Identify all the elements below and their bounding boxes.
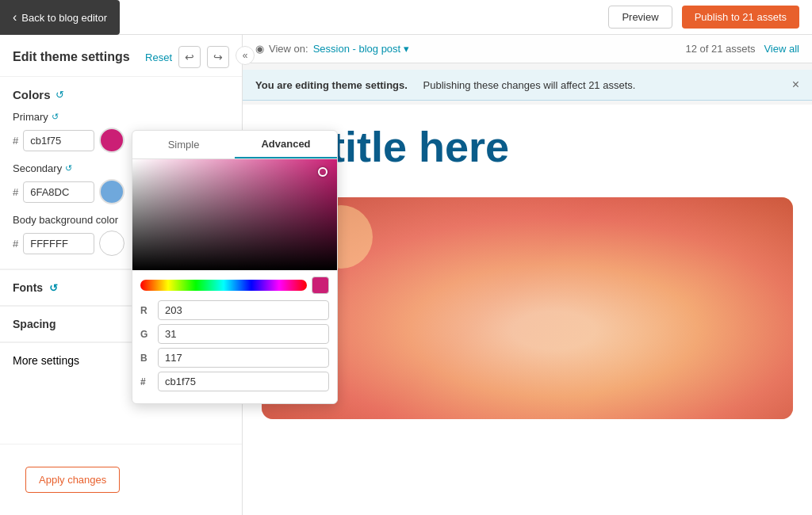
notification-bold: You are editing theme settings. <box>255 79 408 91</box>
view-on-label: View on: <box>269 43 308 55</box>
fonts-refresh-icon[interactable]: ↺ <box>49 282 58 294</box>
primary-hash: # <box>13 135 18 147</box>
picker-tab-advanced[interactable]: Advanced <box>235 131 337 158</box>
hex-input[interactable]: cb1f75 <box>158 372 329 391</box>
eye-icon: ◉ <box>255 43 264 55</box>
picker-tab-simple[interactable]: Simple <box>132 131 235 158</box>
view-all-link[interactable]: View all <box>764 43 799 55</box>
colors-section-title: Colors <box>13 88 51 101</box>
undo-button[interactable]: ↩ <box>178 46 201 68</box>
body-bg-input[interactable] <box>23 233 94 254</box>
notification-close-button[interactable]: × <box>792 78 799 92</box>
b-label: B <box>140 353 153 364</box>
collapse-panel-button[interactable]: « <box>236 46 255 65</box>
publish-button[interactable]: Publish to 21 assets <box>682 6 799 29</box>
view-on-link[interactable]: Session - blog post ▾ <box>313 43 409 55</box>
reset-button[interactable]: Reset <box>145 52 172 63</box>
more-settings-label: More settings <box>13 354 79 367</box>
secondary-hash: # <box>13 186 18 198</box>
primary-refresh-icon[interactable]: ↺ <box>52 112 59 122</box>
assets-count: 12 of 21 assets <box>685 43 755 55</box>
panel-title: Edit theme settings <box>13 50 130 64</box>
g-label: G <box>140 329 153 340</box>
preview-button[interactable]: Preview <box>608 6 672 29</box>
secondary-refresh-icon[interactable]: ↺ <box>65 163 72 174</box>
secondary-color-swatch[interactable] <box>99 179 124 204</box>
back-button[interactable]: ‹ Back to blog editor <box>0 0 120 35</box>
secondary-color-input[interactable] <box>23 181 94 203</box>
blog-title: og title here <box>266 124 788 170</box>
primary-color-input[interactable] <box>23 130 94 151</box>
g-input[interactable]: 31 <box>158 324 329 344</box>
view-on-bar: ◉ View on: Session - blog post ▾ 12 of 2… <box>243 35 812 63</box>
spacing-label: Spacing <box>13 318 56 330</box>
picker-cursor[interactable] <box>318 167 327 177</box>
hex-label: # <box>140 376 153 387</box>
dropdown-icon: ▾ <box>404 43 409 55</box>
redo-button[interactable]: ↪ <box>207 46 229 68</box>
body-bg-label: Body background color <box>13 214 118 226</box>
hue-slider[interactable] <box>140 280 307 291</box>
b-input[interactable]: 117 <box>158 348 329 368</box>
color-preview-swatch <box>312 277 329 294</box>
body-bg-hash: # <box>13 238 18 250</box>
apply-changes-button[interactable]: Apply changes <box>25 467 120 493</box>
r-label: R <box>140 305 153 316</box>
blog-meta: in <box>266 177 788 189</box>
secondary-label: Secondary <box>13 162 62 174</box>
body-bg-swatch[interactable] <box>99 231 124 256</box>
fonts-label: Fonts <box>13 281 43 294</box>
notification-body: Publishing these changes will affect 21 … <box>423 79 636 91</box>
notification-bar: You are editing theme settings. Publishi… <box>243 70 812 101</box>
color-picker-popup: Simple Advanced R 203 G 31 <box>132 130 338 404</box>
colors-refresh-icon[interactable]: ↺ <box>56 89 64 101</box>
back-arrow-icon: ‹ <box>13 10 17 25</box>
primary-color-swatch[interactable] <box>99 128 124 153</box>
primary-label: Primary <box>13 111 48 123</box>
r-input[interactable]: 203 <box>158 300 329 320</box>
